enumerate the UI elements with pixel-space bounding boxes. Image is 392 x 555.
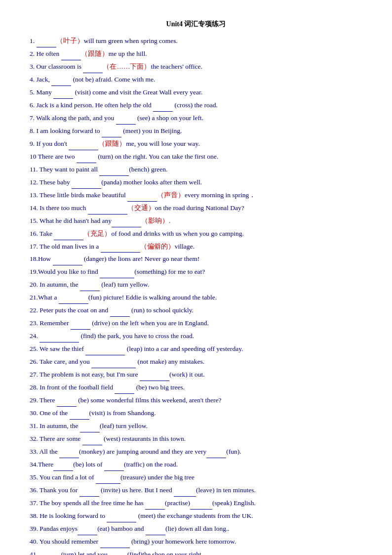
list-item: 28. In front of the football field (be) … — [30, 381, 362, 394]
list-item: 10 There are two (turn) on the right. Yo… — [30, 150, 362, 163]
list-item: 5. Many (visit) come and visit the Great… — [30, 86, 362, 99]
list-item: 8. I am looking forward to (meet) you in… — [30, 125, 362, 137]
list-item: 13. These little birds make beautiful （声… — [30, 189, 362, 202]
list-item: 26. Take care, and you (not make) any mi… — [30, 355, 362, 368]
list-item: 15. What he did hasn't had any （影响）. — [30, 214, 362, 227]
title: Unit4 词汇专项练习 — [30, 20, 362, 29]
list-item: 22. Peter puts the coat on and (run) to … — [30, 304, 362, 317]
list-item: 30. One of the (visit) is from Shandong. — [30, 407, 362, 420]
list-item: 41. (turn) let and you (find)the shop on… — [30, 548, 362, 555]
list-item: 25. We saw the thief (leap) into a car a… — [30, 342, 362, 355]
list-item: 35. You can find a lot of (treasure) und… — [30, 471, 362, 484]
list-item: 24. (find) the park, you have to cross t… — [30, 330, 362, 342]
list-item: 4. Jack, (not be) afraid. Come with me. — [30, 73, 362, 86]
list-item: 17. The old man lives in a （偏僻的）village. — [30, 240, 362, 253]
list-item: 34.There (be) lots of (traffic) on the r… — [30, 458, 362, 471]
list-item: 19.Would you like to find (something) fo… — [30, 265, 362, 278]
list-item: 16. Take （充足）of food and drinks with us … — [30, 227, 362, 240]
list-item: 29. There (be) some wonderful films this… — [30, 394, 362, 407]
list-item: 33. All the (monkey) are jumping around … — [30, 445, 362, 458]
list-item: 27. The problem is not easy, but I'm sur… — [30, 368, 362, 381]
list-item: 31. In autumn, the (leaf) turn yellow. — [30, 420, 362, 432]
list-item: 2. He often （跟随）me up the hill. — [30, 47, 362, 60]
exercise-list: 1. （叶子）will turn green when spring comes… — [30, 35, 362, 555]
list-item: 20. In autumn, the (leaf) turn yellow. — [30, 278, 362, 291]
list-item: 36. Thank you for (invite) us here. But … — [30, 484, 362, 497]
list-item: 3. Our classroom is （在……下面）the teachers'… — [30, 60, 362, 73]
list-item: 32. There are some (west) restaurants in… — [30, 432, 362, 445]
list-item: 14. Is there too much （交通）on the road du… — [30, 202, 362, 214]
list-item: 6. Jack is a kind person. He often help … — [30, 99, 362, 112]
list-item: 40. You should remember (bring) your hom… — [30, 535, 362, 548]
list-item: 12. These baby (panda) mother looks afte… — [30, 176, 362, 189]
list-item: 18.How (danger) the lions are! Never go … — [30, 253, 362, 265]
list-item: 37. The boy spends all the free time he … — [30, 497, 362, 510]
list-item: 21.What a (fun) picture! Eddie is walkin… — [30, 291, 362, 304]
list-item: 1. （叶子）will turn green when spring comes… — [30, 35, 362, 47]
list-item: 11. They want to paint all (bench) green… — [30, 163, 362, 176]
list-item: 38. He is looking forward to (meet) the … — [30, 510, 362, 522]
list-item: 7. Walk along the path, and you (see) a … — [30, 112, 362, 125]
list-item: 39. Pandas enjoys (eat) bamboo and (lie)… — [30, 522, 362, 535]
list-item: 9. If you don't （跟随）me, you will lose yo… — [30, 137, 362, 150]
list-item: 23. Remember (drive) on the left when yo… — [30, 317, 362, 330]
